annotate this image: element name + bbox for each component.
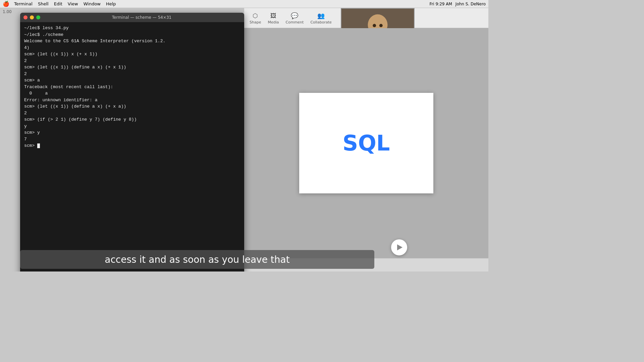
comment-icon: 💬: [290, 11, 299, 19]
collaborate-icon: 👥: [317, 11, 325, 19]
version-label: 1.00: [0, 8, 14, 15]
media-icon: 🖼: [269, 11, 277, 19]
menu-shell[interactable]: Shell: [38, 1, 49, 6]
toolbar-comment-label: Comment: [286, 20, 304, 24]
menu-terminal[interactable]: Terminal: [14, 1, 33, 6]
terminal-title: Terminal — scheme — 54×31: [112, 15, 171, 20]
toolbar-collaborate-label: Collaborate: [310, 20, 331, 24]
keynote-toolbar: ⬡ Shape 🖼 Media 💬 Comment 👥 Collaborate: [244, 8, 488, 28]
terminal-cursor: [37, 143, 40, 148]
datetime-label: Fri 9:29 AM: [429, 2, 452, 6]
close-button[interactable]: [23, 15, 28, 19]
username-label: John S. DeNero: [455, 2, 486, 6]
toolbar-media[interactable]: 🖼 Media: [268, 11, 279, 24]
menu-window[interactable]: Window: [84, 1, 101, 6]
main-area: 1.00 Terminal — scheme — 54×31 ~/lec$ le…: [0, 8, 488, 272]
svg-point-4: [379, 24, 383, 27]
minimize-button[interactable]: [30, 15, 34, 19]
terminal-body[interactable]: ~/lec$ less 34.py ~/lec$ ./scheme Welcom…: [20, 22, 244, 158]
apple-menu[interactable]: 🍎: [3, 1, 9, 7]
menu-edit[interactable]: Edit: [54, 1, 62, 6]
svg-point-3: [373, 24, 376, 27]
toolbar-shape-label: Shape: [250, 20, 261, 24]
menubar-right: Fri 9:29 AM John S. DeNero: [429, 2, 486, 6]
menu-view[interactable]: View: [68, 1, 78, 6]
play-button[interactable]: [391, 239, 407, 255]
slide-canvas: SQL: [244, 28, 488, 258]
slide-content[interactable]: SQL: [299, 93, 433, 193]
sql-label: SQL: [342, 131, 390, 156]
menu-items: Terminal Shell Edit View Window Help: [14, 1, 116, 6]
toolbar-shape[interactable]: ⬡ Shape: [250, 11, 261, 24]
caption-text: access it and as soon as you leave that: [105, 254, 289, 265]
shape-icon: ⬡: [251, 11, 259, 19]
play-icon: [397, 244, 402, 250]
maximize-button[interactable]: [36, 15, 40, 19]
menubar: 🍎 Terminal Shell Edit View Window Help F…: [0, 0, 488, 8]
terminal-titlebar: Terminal — scheme — 54×31: [20, 13, 244, 22]
menu-help[interactable]: Help: [106, 1, 116, 6]
caption-bar: access it and as soon as you leave that: [20, 250, 374, 269]
toolbar-comment[interactable]: 💬 Comment: [286, 11, 304, 24]
terminal-window: Terminal — scheme — 54×31 ~/lec$ less 34…: [20, 13, 244, 272]
terminal-line-1: ~/lec$ less 34.py ~/lec$ ./scheme Welcom…: [24, 25, 165, 148]
keynote-panel: ⬡ Shape 🖼 Media 💬 Comment 👥 Collaborate: [244, 8, 488, 272]
toolbar-collaborate[interactable]: 👥 Collaborate: [310, 11, 331, 24]
toolbar-media-label: Media: [268, 20, 279, 24]
